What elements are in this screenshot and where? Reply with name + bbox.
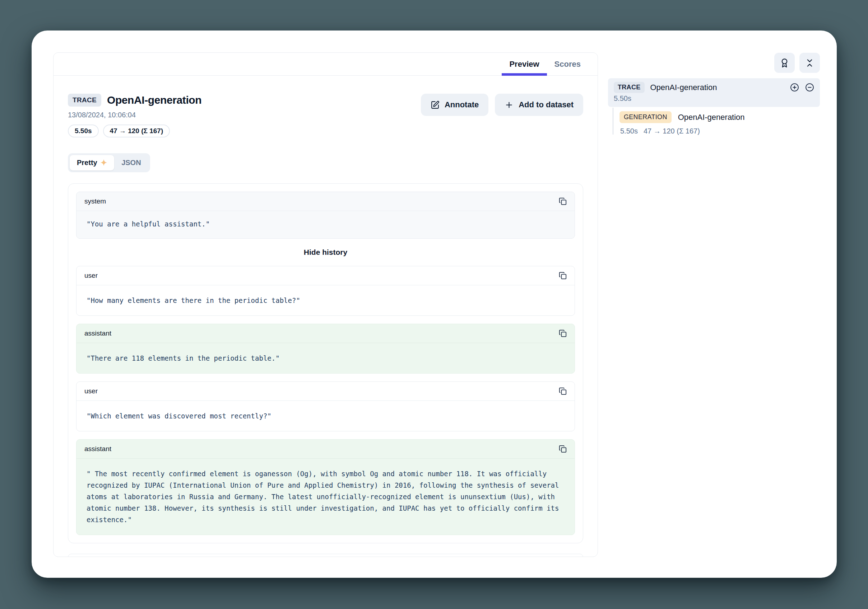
copy-icon <box>559 329 567 337</box>
trace-type-badge: TRACE <box>68 94 101 107</box>
copy-button[interactable] <box>558 444 567 454</box>
message-content: " The most recently confirmed element is… <box>76 459 575 535</box>
tab-preview[interactable]: Preview <box>502 53 547 75</box>
trace-stats: 5.50s 47 → 120 (Σ 167) <box>68 125 202 138</box>
generation-node-title: OpenAI-generation <box>678 113 745 122</box>
message-content: "There are 118 elements in the periodic … <box>76 343 575 373</box>
message-block-system: system "You are a helpful assistant." <box>76 192 575 239</box>
message-role-label: assistant <box>84 329 111 337</box>
tab-scores[interactable]: Scores <box>547 53 588 75</box>
generation-node-token-usage: 47 → 120 (Σ 167) <box>643 127 700 135</box>
json-view-toggle[interactable]: JSON <box>114 155 148 170</box>
hide-history-button[interactable]: Hide history <box>304 248 347 257</box>
plus-icon <box>505 100 513 110</box>
copy-button[interactable] <box>558 271 567 280</box>
collapse-all-button[interactable] <box>805 83 814 92</box>
copy-icon <box>559 272 567 280</box>
trace-tree-node-trace[interactable]: TRACE OpenAI-generation 5.50s <box>608 78 820 107</box>
trace-tree: GENERATION OpenAI-generation 5.50s 47 → … <box>608 108 820 135</box>
sidebar-actions <box>608 53 820 73</box>
token-usage-badge: 47 → 120 (Σ 167) <box>103 125 170 138</box>
messages-card: system "You are a helpful assistant." Hi… <box>68 183 583 543</box>
trace-type-badge: TRACE <box>614 82 645 93</box>
circle-minus-icon <box>805 83 814 92</box>
collapse-tree-button[interactable] <box>800 53 820 73</box>
page-title: OpenAI-generation <box>107 94 202 106</box>
latency-badge: 5.50s <box>68 125 99 138</box>
square-pen-icon <box>431 100 440 110</box>
message-content: "Which element was discovered most recen… <box>76 401 575 431</box>
message-block-user: user "How many elements are there in the… <box>76 266 575 316</box>
tab-bar: Preview Scores <box>54 53 598 76</box>
circle-plus-icon <box>790 83 799 92</box>
chevrons-down-up-icon <box>805 58 814 68</box>
trace-header-left: TRACE OpenAI-generation 13/08/2024, 10:0… <box>68 94 202 138</box>
trace-actions: Annotate Add to dataset <box>421 94 583 116</box>
trace-timestamp: 13/08/2024, 10:06:04 <box>68 111 202 119</box>
sparkles-icon: ✦ <box>101 159 107 167</box>
message-role-label: user <box>84 387 98 395</box>
copy-button[interactable] <box>558 386 567 396</box>
view-mode-toggle: Pretty ✦ JSON <box>68 153 150 172</box>
copy-button[interactable] <box>558 197 567 206</box>
message-content: "You are a helpful assistant." <box>76 211 575 238</box>
message-content: "How many elements are there in the peri… <box>76 285 575 315</box>
annotate-button[interactable]: Annotate <box>421 94 488 116</box>
trace-tree-sidebar: TRACE OpenAI-generation 5.50s <box>608 53 820 135</box>
trace-node-title: OpenAI-generation <box>650 83 717 92</box>
expand-all-button[interactable] <box>790 83 799 92</box>
annotation-queue-button[interactable] <box>774 53 795 73</box>
message-block-assistant: assistant "There are 118 elements in the… <box>76 324 575 374</box>
copy-icon <box>559 387 567 395</box>
message-block-user: user "Which element was discovered most … <box>76 382 575 431</box>
trace-tree-node-generation[interactable]: GENERATION OpenAI-generation 5.50s 47 → … <box>620 108 820 135</box>
message-role-label: assistant <box>84 445 111 453</box>
award-icon <box>780 58 789 68</box>
trace-node-latency: 5.50s <box>614 94 814 103</box>
trace-header: TRACE OpenAI-generation 13/08/2024, 10:0… <box>68 94 583 138</box>
generation-node-latency: 5.50s <box>620 127 638 135</box>
add-to-dataset-button[interactable]: Add to dataset <box>495 94 583 116</box>
trace-detail-window: Preview Scores TRACE OpenAI-generation 1… <box>32 31 837 578</box>
pretty-view-toggle[interactable]: Pretty ✦ <box>70 155 114 170</box>
copy-icon <box>559 445 567 453</box>
metadata-card: Metadata null <box>68 554 583 557</box>
message-role-label: user <box>84 272 98 280</box>
copy-button[interactable] <box>558 329 567 338</box>
copy-icon <box>559 197 567 205</box>
trace-preview-panel: Preview Scores TRACE OpenAI-generation 1… <box>53 53 598 557</box>
message-block-assistant: assistant " The most recently confirmed … <box>76 439 575 535</box>
panel-content: TRACE OpenAI-generation 13/08/2024, 10:0… <box>54 94 598 557</box>
message-role-label: system <box>84 197 106 205</box>
generation-type-badge: GENERATION <box>620 111 671 123</box>
